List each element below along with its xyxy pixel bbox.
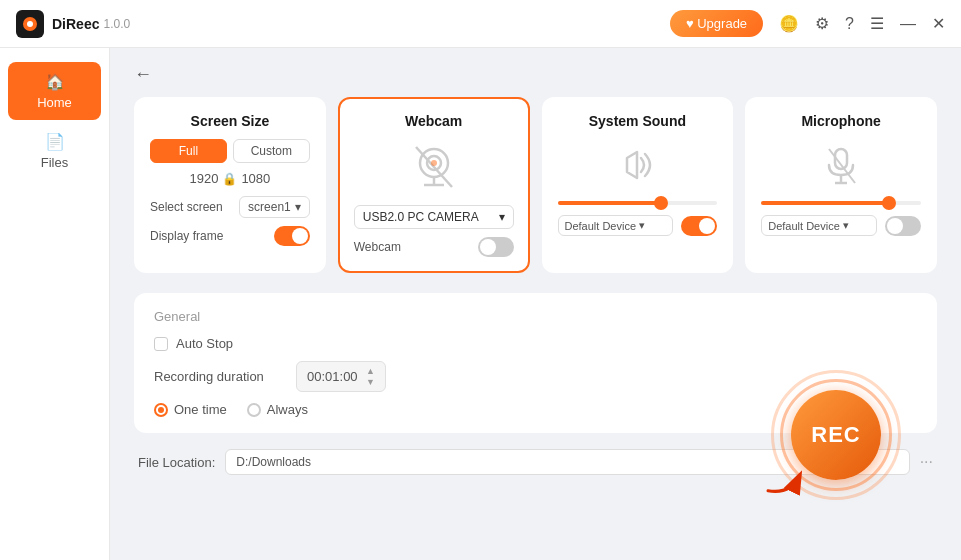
chevron-down-icon: ▾: [295, 200, 301, 214]
custom-size-button[interactable]: Custom: [233, 139, 310, 163]
sidebar: 🏠 Home 📄 Files: [0, 48, 110, 560]
upgrade-button[interactable]: ♥ Upgrade: [670, 10, 763, 37]
microphone-slider[interactable]: [761, 201, 921, 205]
auto-stop-checkbox[interactable]: [154, 337, 168, 351]
slider-thumb: [654, 196, 668, 210]
microphone-card: Microphone: [745, 97, 937, 273]
file-location-label: File Location:: [138, 455, 215, 470]
duration-input[interactable]: 00:01:00 ▲ ▼: [296, 361, 386, 392]
system-sound-device-dropdown[interactable]: Default Device ▾: [558, 215, 674, 236]
lock-icon: 🔒: [222, 172, 237, 186]
dropdown-chevron-icon: ▾: [499, 210, 505, 224]
resolution-height: 1080: [241, 171, 270, 186]
webcam-dropdown-row: USB2.0 PC CAMERA ▾: [354, 205, 514, 229]
select-screen-row: Select screen screen1 ▾: [150, 196, 310, 218]
help-icon[interactable]: ?: [845, 15, 854, 33]
back-button[interactable]: ←: [134, 64, 152, 85]
chevron-down-icon: ▾: [639, 219, 645, 232]
webcam-toggle-row: Webcam: [354, 237, 514, 257]
chevron-down-icon: ▾: [843, 219, 849, 232]
always-label: Always: [267, 402, 308, 417]
svg-marker-6: [627, 152, 637, 178]
mic-icon-wrap: [761, 139, 921, 191]
resolution-width: 1920: [189, 171, 218, 186]
system-sound-title: System Sound: [558, 113, 718, 129]
display-frame-row: Display frame: [150, 226, 310, 246]
microphone-toggle[interactable]: [885, 216, 921, 236]
arrow-wrap: [753, 442, 813, 506]
recording-duration-label: Recording duration: [154, 369, 284, 384]
one-time-radio[interactable]: [154, 403, 168, 417]
general-title: General: [154, 309, 917, 324]
sound-icon-wrap: [558, 139, 718, 191]
one-time-option[interactable]: One time: [154, 402, 227, 417]
system-sound-toggle[interactable]: [681, 216, 717, 236]
app-name: DiReec: [52, 16, 99, 32]
slider-fill: [558, 201, 662, 205]
arrow-icon: [753, 442, 813, 502]
sidebar-home-label: Home: [37, 95, 72, 110]
coin-icon[interactable]: 🪙: [779, 14, 799, 33]
webcam-device-dropdown[interactable]: USB2.0 PC CAMERA ▾: [354, 205, 514, 229]
cards-row: Screen Size Full Custom 1920 🔒 1080 Sele…: [134, 97, 937, 273]
duration-value: 00:01:00: [307, 369, 358, 384]
minimize-button[interactable]: —: [900, 15, 916, 33]
select-screen-value: screen1: [248, 200, 291, 214]
size-buttons: Full Custom: [150, 139, 310, 163]
select-screen-label: Select screen: [150, 200, 223, 214]
rec-label: REC: [811, 422, 860, 448]
full-size-button[interactable]: Full: [150, 139, 227, 163]
sidebar-files-label: Files: [41, 155, 68, 170]
microphone-device-row: Default Device ▾: [761, 215, 921, 236]
sidebar-item-home[interactable]: 🏠 Home: [8, 62, 101, 120]
select-screen-dropdown[interactable]: screen1 ▾: [239, 196, 310, 218]
webcam-card: Webcam USB2.0 PC CAMERA ▾: [338, 97, 530, 273]
titlebar-icons: 🪙 ⚙ ? ☰ — ✕: [779, 14, 945, 33]
files-icon: 📄: [45, 132, 65, 151]
titlebar: DiReec 1.0.0 ♥ Upgrade 🪙 ⚙ ? ☰ — ✕: [0, 0, 961, 48]
app-version: 1.0.0: [103, 17, 130, 31]
webcam-toggle[interactable]: [478, 237, 514, 257]
close-button[interactable]: ✕: [932, 14, 945, 33]
mic-slider-fill: [761, 201, 889, 205]
webcam-device-label: USB2.0 PC CAMERA: [363, 210, 479, 224]
home-icon: 🏠: [45, 72, 65, 91]
system-sound-icon: [611, 139, 663, 191]
system-sound-card: System Sound Default De: [542, 97, 734, 273]
system-sound-device-label: Default Device: [565, 220, 637, 232]
webcam-icon-wrap: [354, 139, 514, 195]
auto-stop-row: Auto Stop: [154, 336, 917, 351]
system-sound-slider[interactable]: [558, 201, 718, 205]
menu-icon[interactable]: ☰: [870, 14, 884, 33]
screen-size-card: Screen Size Full Custom 1920 🔒 1080 Sele…: [134, 97, 326, 273]
resolution-row: 1920 🔒 1080: [150, 171, 310, 186]
mic-slider-track: [761, 201, 921, 205]
microphone-device-label: Default Device: [768, 220, 840, 232]
microphone-device-dropdown[interactable]: Default Device ▾: [761, 215, 877, 236]
webcam-icon: [406, 139, 462, 195]
webcam-toggle-label: Webcam: [354, 240, 401, 254]
always-option[interactable]: Always: [247, 402, 308, 417]
svg-point-5: [431, 160, 437, 166]
one-time-label: One time: [174, 402, 227, 417]
more-options-icon[interactable]: ···: [920, 453, 933, 471]
sidebar-item-files[interactable]: 📄 Files: [8, 122, 101, 180]
display-frame-label: Display frame: [150, 229, 223, 243]
settings-icon[interactable]: ⚙: [815, 14, 829, 33]
app-logo: [16, 10, 44, 38]
microphone-title: Microphone: [761, 113, 921, 129]
microphone-icon: [815, 139, 867, 191]
webcam-title: Webcam: [354, 113, 514, 129]
duration-arrows[interactable]: ▲ ▼: [366, 366, 375, 387]
slider-track: [558, 201, 718, 205]
mic-slider-thumb: [882, 196, 896, 210]
screen-size-title: Screen Size: [150, 113, 310, 129]
always-radio[interactable]: [247, 403, 261, 417]
system-sound-device-row: Default Device ▾: [558, 215, 718, 236]
display-frame-toggle[interactable]: [274, 226, 310, 246]
auto-stop-label: Auto Stop: [176, 336, 233, 351]
